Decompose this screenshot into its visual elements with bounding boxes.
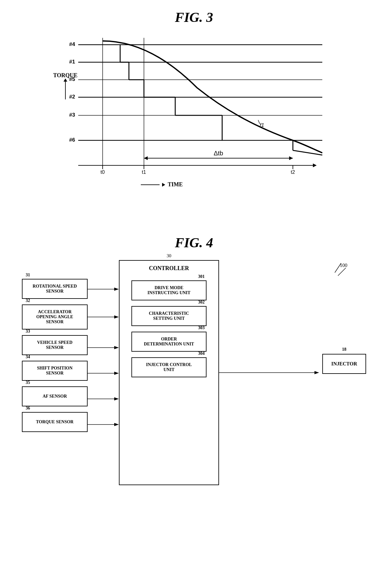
sensor-column: 31 ROTATIONAL SPEED SENSOR 32 ACCELERATO… — [22, 279, 88, 432]
svg-marker-38 — [313, 163, 317, 167]
svg-text:t0: t0 — [100, 169, 105, 175]
svg-text:#4: #4 — [69, 41, 75, 47]
unit-label-characteristic: CHARACTERISTIC SETTING UNIT — [149, 311, 189, 321]
unit-label-order: ORDER DETERMINATION UNIT — [144, 337, 194, 347]
svg-text:#1: #1 — [69, 59, 75, 65]
injector-box: 18 INJECTOR — [322, 354, 366, 374]
svg-line-48 — [338, 268, 346, 276]
svg-line-26 — [258, 120, 260, 124]
svg-marker-28 — [144, 156, 148, 160]
unit-number-303: 303 — [198, 325, 205, 330]
system-number: 100 — [340, 263, 347, 268]
sensor-number-36: 36 — [26, 406, 30, 411]
sensor-label-accelerator: ACCELERATOR OPENING ANGLE SENSOR — [36, 309, 73, 324]
injector-number: 18 — [342, 347, 346, 352]
unit-label-drive-mode: DRIVE MODE INSTRUCTING UNIT — [147, 285, 190, 295]
diagram-container: 31 ROTATIONAL SPEED SENSOR 32 ACCELERATO… — [22, 260, 366, 504]
sensor-number-34: 34 — [26, 354, 30, 359]
unit-drive-mode: 301 DRIVE MODE INSTRUCTING UNIT — [131, 280, 207, 300]
unit-label-injector-control: INJECTOR CONTROL UNIT — [146, 362, 192, 372]
injector-label: INJECTOR — [331, 361, 357, 367]
svg-text:#6: #6 — [69, 137, 75, 143]
svg-text:t1: t1 — [142, 169, 146, 175]
sensor-label-shift-position: SHIFT POSITION SENSOR — [37, 366, 73, 376]
sensor-number-33: 33 — [26, 329, 30, 334]
controller-label: CONTROLLER — [120, 261, 218, 275]
unit-injector-control: 304 INJECTOR CONTROL UNIT — [131, 357, 207, 377]
y-axis-arrow — [65, 81, 66, 99]
sensor-rotational-speed: 31 ROTATIONAL SPEED SENSOR — [22, 279, 88, 299]
sensor-label-af: AF SENSOR — [43, 394, 67, 399]
sensor-label-torque: TORQUE SENSOR — [36, 420, 74, 425]
sensor-af: 35 AF SENSOR — [22, 386, 88, 406]
sensor-label-vehicle-speed: VEHICLE SPEED SENSOR — [37, 340, 72, 350]
chart-svg: #4 #1 #5 #2 #3 #6 — [78, 38, 322, 172]
sensor-accelerator: 32 ACCELERATOR OPENING ANGLE SENSOR — [22, 304, 88, 329]
controller-box: 30 CONTROLLER 301 DRIVE MODE INSTRUCTING… — [119, 260, 219, 485]
sensor-vehicle-speed: 33 VEHICLE SPEED SENSOR — [22, 335, 88, 355]
sensor-shift-position: 34 SHIFT POSITION SENSOR — [22, 361, 88, 381]
fig4-title: FIG. 4 — [13, 235, 375, 251]
sensor-number-32: 32 — [26, 298, 30, 303]
unit-number-301: 301 — [198, 274, 205, 279]
svg-text:#5: #5 — [69, 76, 75, 82]
chart-container: TORQUE #4 #1 #5 — [53, 35, 335, 197]
svg-text:#2: #2 — [69, 94, 75, 100]
svg-text:t2: t2 — [291, 169, 295, 175]
unit-characteristic-setting: 302 CHARACTERISTIC SETTING UNIT — [131, 306, 207, 326]
fig3-title: FIG. 3 — [19, 9, 369, 25]
fig4-section: FIG. 4 31 ROTATIONAL SPEED SENSOR 32 ACC… — [0, 229, 388, 513]
sensor-label-rotational: ROTATIONAL SPEED SENSOR — [33, 284, 77, 294]
svg-text:Δtb: Δtb — [214, 150, 223, 157]
controller-number: 30 — [167, 253, 171, 259]
sensor-torque: 36 TORQUE SENSOR — [22, 412, 88, 432]
svg-text:#3: #3 — [69, 112, 75, 118]
x-axis-label: TIME — [141, 181, 183, 188]
svg-marker-29 — [289, 156, 293, 160]
unit-number-304: 304 — [198, 351, 205, 356]
sensor-number-31: 31 — [26, 273, 30, 278]
svg-text:f1: f1 — [260, 122, 264, 128]
unit-order-determination: 303 ORDER DETERMINATION UNIT — [131, 332, 207, 352]
sensor-number-35: 35 — [26, 380, 30, 385]
unit-number-302: 302 — [198, 300, 205, 305]
chart-area: #4 #1 #5 #2 #3 #6 — [78, 38, 322, 172]
fig3-section: FIG. 3 TORQUE # — [0, 0, 388, 210]
